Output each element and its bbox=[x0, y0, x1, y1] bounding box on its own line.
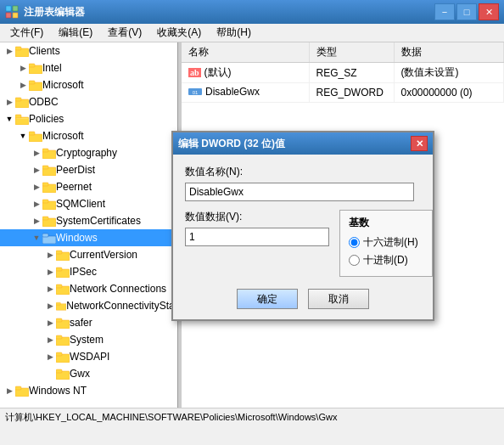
expand-arrow: ▶ bbox=[44, 300, 56, 312]
tree-label: Microsoft bbox=[42, 79, 84, 91]
tree-item-peerdist[interactable]: ▶ PeerDist bbox=[0, 161, 177, 178]
expand-arrow: ▶ bbox=[44, 266, 56, 278]
minimize-button[interactable]: − bbox=[434, 3, 455, 20]
svg-rect-46 bbox=[15, 386, 21, 390]
expand-arrow: ▶ bbox=[31, 198, 42, 210]
tree-label: System bbox=[70, 334, 104, 346]
tree-item-ipsec[interactable]: ▶ IPSec bbox=[0, 263, 177, 280]
menu-help[interactable]: 帮助(H) bbox=[210, 24, 258, 42]
tree-item-peernet[interactable]: ▶ Peernet bbox=[0, 178, 177, 195]
svg-rect-11 bbox=[15, 98, 21, 101]
menu-view[interactable]: 查看(V) bbox=[101, 24, 148, 42]
hex-radio[interactable] bbox=[349, 237, 360, 248]
maximize-button[interactable]: □ bbox=[456, 3, 477, 20]
cell-type: REG_SZ bbox=[309, 63, 394, 83]
menu-favorites[interactable]: 收藏夹(A) bbox=[150, 24, 208, 42]
expand-arrow: ▶ bbox=[17, 79, 29, 91]
svg-rect-36 bbox=[56, 302, 60, 305]
tree-label: SQMClient bbox=[56, 198, 105, 210]
folder-icon bbox=[56, 283, 70, 295]
dec-label: 十进制(D) bbox=[363, 253, 408, 268]
folder-open-icon bbox=[15, 113, 29, 125]
cell-data: (数值未设置) bbox=[394, 63, 504, 83]
table-row[interactable]: 01 DisableGwx REG_DWORD 0x00000000 (0) bbox=[182, 83, 504, 103]
tree-item-gwx[interactable]: ▶ Gwx bbox=[0, 365, 177, 382]
tree-item-policies[interactable]: ▼ Policies bbox=[0, 110, 177, 127]
expand-arrow: ▼ bbox=[31, 232, 42, 244]
svg-rect-20 bbox=[42, 166, 48, 169]
svg-rect-22 bbox=[42, 183, 48, 186]
ok-button[interactable]: 确定 bbox=[237, 289, 298, 309]
col-type: 类型 bbox=[309, 42, 394, 63]
svg-rect-26 bbox=[42, 217, 48, 220]
tree-label: IPSec bbox=[70, 266, 97, 278]
svg-rect-27 bbox=[42, 236, 56, 244]
tree-item-safer[interactable]: ▶ safer bbox=[0, 314, 177, 331]
tree-item-cryptography[interactable]: ▶ Cryptography bbox=[0, 144, 177, 161]
dword-icon: 01 bbox=[188, 87, 202, 97]
tree-item-network-connections[interactable]: ▶ Network Connections bbox=[0, 280, 177, 297]
tree-item-microsoft-policies[interactable]: ▼ Microsoft bbox=[0, 127, 177, 144]
expand-arrow: ▶ bbox=[44, 351, 56, 363]
tree-item-microsoft-clients[interactable]: ▶ Microsoft bbox=[0, 76, 177, 93]
dialog-close-button[interactable]: ✕ bbox=[411, 136, 428, 151]
registry-table: 名称 类型 数据 ab (默认) REG_SZ (数值未设置) bbox=[182, 42, 504, 103]
dec-radio[interactable] bbox=[349, 255, 360, 266]
dialog-buttons: 确定 取消 bbox=[185, 289, 421, 309]
folder-icon bbox=[15, 385, 29, 397]
menu-file[interactable]: 文件(F) bbox=[3, 24, 50, 42]
dec-radio-label[interactable]: 十进制(D) bbox=[349, 253, 423, 268]
tree-item-systemcertificates[interactable]: ▶ SystemCertificates bbox=[0, 212, 177, 229]
data-input[interactable] bbox=[185, 228, 329, 246]
tree-item-wsdapi[interactable]: ▶ WSDAPI bbox=[0, 348, 177, 365]
window-controls: − □ ✕ bbox=[434, 3, 499, 20]
table-row[interactable]: ab (默认) REG_SZ (数值未设置) bbox=[182, 63, 504, 83]
tree-label: Windows bbox=[56, 232, 98, 244]
close-button[interactable]: ✕ bbox=[479, 3, 499, 20]
folder-icon bbox=[56, 368, 70, 380]
status-bar: 计算机\HKEY_LOCAL_MACHINE\SOFTWARE\Policies… bbox=[0, 408, 504, 426]
svg-rect-14 bbox=[16, 118, 28, 119]
cell-name: ab (默认) bbox=[182, 63, 309, 83]
tree-item-intel[interactable]: ▶ Intel bbox=[0, 59, 177, 76]
tree-label: Clients bbox=[29, 45, 60, 57]
folder-icon bbox=[29, 62, 42, 74]
expand-arrow: ▼ bbox=[3, 113, 15, 125]
name-input[interactable] bbox=[185, 183, 414, 201]
tree-item-currentversion[interactable]: ▶ CurrentVersion bbox=[0, 246, 177, 263]
tree-panel[interactable]: ▶ Clients ▶ Intel ▶ Microsoft bbox=[0, 42, 178, 426]
expand-arrow: ▶ bbox=[44, 317, 56, 329]
cancel-button[interactable]: 取消 bbox=[308, 289, 369, 309]
tree-item-windows-nt[interactable]: ▶ Windows NT bbox=[0, 382, 177, 399]
dword-dialog: 编辑 DWORD (32 位)值 ✕ 数值名称(N): 数值数据(V): 基数 bbox=[171, 131, 434, 321]
tree-item-networkconnectivitystat[interactable]: ▶ NetworkConnectivityStat bbox=[0, 297, 177, 314]
window-title: 注册表编辑器 bbox=[24, 5, 434, 20]
tree-label: SystemCertificates bbox=[56, 215, 141, 227]
data-row: 数值数据(V): 基数 十六进制(H) 十进制(D) bbox=[185, 210, 421, 277]
expand-arrow: ▼ bbox=[17, 130, 29, 142]
tree-item-windows[interactable]: ▼ Windows bbox=[0, 229, 177, 246]
menu-edit[interactable]: 编辑(E) bbox=[52, 24, 99, 42]
dialog-title: 编辑 DWORD (32 位)值 bbox=[178, 137, 411, 151]
folder-icon bbox=[15, 96, 29, 108]
svg-rect-24 bbox=[42, 200, 48, 203]
svg-rect-44 bbox=[56, 369, 62, 373]
base-col: 基数 十六进制(H) 十进制(D) bbox=[339, 210, 433, 277]
col-data: 数据 bbox=[394, 42, 504, 63]
folder-icon bbox=[56, 249, 70, 261]
tree-item-system[interactable]: ▶ System bbox=[0, 331, 177, 348]
tree-item-clients[interactable]: ▶ Clients bbox=[0, 42, 177, 59]
folder-icon bbox=[42, 147, 56, 159]
tree-label: PeerDist bbox=[56, 164, 95, 176]
folder-icon bbox=[15, 45, 29, 57]
col-name: 名称 bbox=[182, 42, 309, 63]
tree-item-sqmclient[interactable]: ▶ SQMClient bbox=[0, 195, 177, 212]
tree-label: ODBC bbox=[29, 96, 59, 108]
hex-radio-label[interactable]: 十六进制(H) bbox=[349, 235, 423, 250]
svg-rect-16 bbox=[29, 132, 35, 135]
tree-item-odbc[interactable]: ▶ ODBC bbox=[0, 93, 177, 110]
data-col: 数值数据(V): bbox=[185, 210, 329, 277]
tree-label: WSDAPI bbox=[70, 351, 109, 363]
expand-arrow: ▶ bbox=[44, 334, 56, 346]
tree-label: Network Connections bbox=[70, 283, 166, 295]
